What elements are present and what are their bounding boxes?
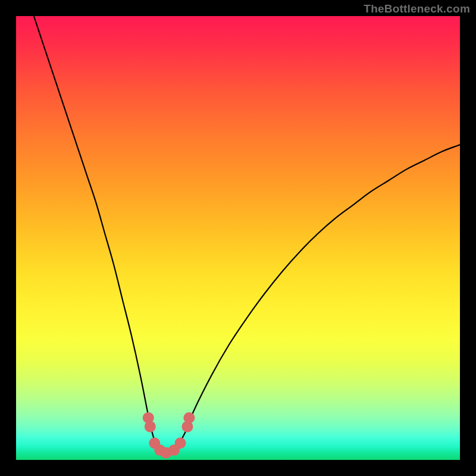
plot-area	[16, 16, 460, 460]
watermark-text: TheBottleneck.com	[364, 2, 470, 15]
bottleneck-curve	[34, 16, 460, 454]
curve-marker	[145, 421, 156, 433]
curve-layer	[16, 16, 460, 460]
curve-marker	[183, 412, 195, 424]
chart-frame: TheBottleneck.com	[0, 0, 476, 476]
curve-marker	[175, 437, 186, 449]
curve-markers	[143, 412, 195, 459]
